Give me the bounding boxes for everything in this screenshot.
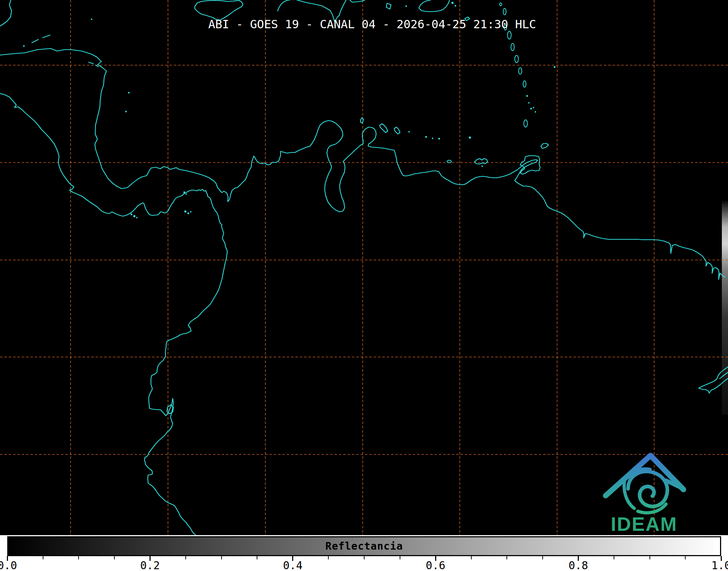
screenshot-root: IDEAM ABI - GOES 19 - CANAL 04 - 2026-04… (0, 0, 728, 571)
tobago (541, 143, 548, 148)
colorbar-tick-label: 0.2 (140, 560, 160, 571)
image-title: ABI - GOES 19 - CANAL 04 - 2026-04-25 21… (208, 17, 536, 31)
colorbar-minor-tick (364, 556, 365, 559)
ideam-logo: IDEAM (606, 455, 683, 535)
ideam-logo-text: IDEAM (611, 513, 677, 535)
colorbar-tick-label: 0.6 (426, 560, 445, 571)
colorbar-minor-tick (78, 556, 79, 559)
colorbar-label: Reflectancia (8, 537, 720, 555)
colorbar-minor-tick (185, 556, 186, 559)
aruba (361, 118, 363, 123)
colorbar-tick-label: 0.0 (0, 560, 17, 571)
colorbar-minor-tick (685, 556, 686, 559)
puerto-rico (419, 0, 450, 12)
colorbar-minor-tick (257, 556, 257, 559)
colorbar-footer: Reflectancia 0.00.20.40.60.81.0 (0, 535, 728, 571)
coastline-yucatan-fragment (0, 0, 12, 26)
margarita (475, 159, 488, 164)
logo-spiral (628, 471, 667, 507)
bonaire (394, 127, 400, 134)
colorbar-minor-tick (400, 556, 400, 559)
curacao (380, 124, 388, 133)
isla-beata (386, 3, 391, 9)
logo-roof (606, 455, 683, 496)
colorbar-minor-tick (614, 556, 614, 559)
colorbar-tick-label: 0.4 (283, 560, 303, 571)
bay-islands (32, 35, 98, 67)
colorbar-minor-tick (542, 556, 543, 559)
coastline-pacific (0, 93, 227, 535)
colorbar-minor-tick (114, 556, 115, 559)
colorbar-tick-label: 1.0 (711, 560, 728, 571)
islet-dots (23, 2, 556, 218)
jamaica (195, 0, 243, 20)
latlon-gridlines (0, 0, 728, 535)
map-canvas: IDEAM (0, 0, 728, 535)
coastline-layer (0, 0, 728, 535)
colorbar-minor-tick (649, 556, 650, 559)
colorbar-minor-tick (43, 556, 43, 559)
colorbar-minor-tick (471, 556, 472, 559)
reflectance-colorbar: Reflectancia (7, 536, 721, 556)
colorbar-minor-tick (328, 556, 329, 559)
colorbar-minor-tick (221, 556, 222, 559)
satellite-map: IDEAM ABI - GOES 19 - CANAL 04 - 2026-04… (0, 0, 728, 535)
colorbar-minor-tick (506, 556, 507, 559)
colorbar-tick-label: 0.8 (569, 560, 588, 571)
